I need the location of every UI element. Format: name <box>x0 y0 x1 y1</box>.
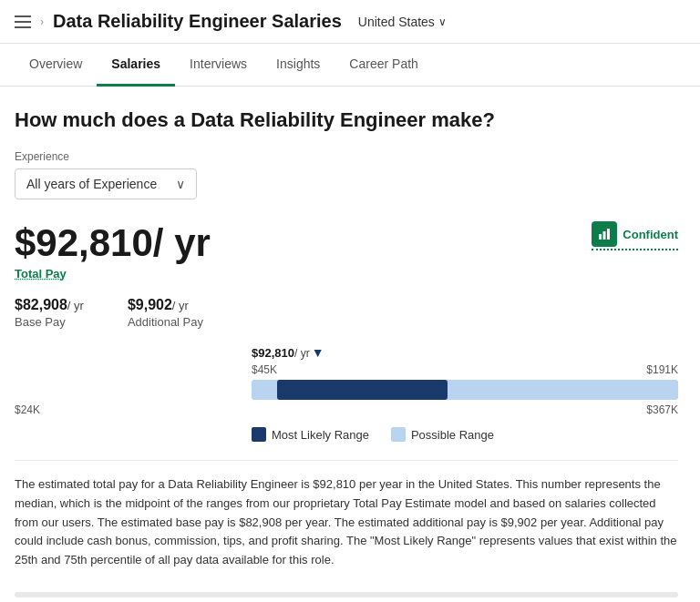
range-labels-top: $45K $191K <box>15 363 678 376</box>
additional-pay-item: $9,902/ yr Additional Pay <box>128 297 203 329</box>
total-pay-unit: / yr <box>153 221 211 264</box>
chart-bar-dark <box>277 380 448 400</box>
chart-marker-row: $92,810/ yr ▼ <box>15 345 678 360</box>
experience-value: All years of Experience <box>26 177 157 191</box>
location-selector[interactable]: United States ∨ <box>358 15 447 29</box>
salary-left: $92,810/ yr Total Pay <box>15 221 211 281</box>
experience-label: Experience <box>15 150 678 163</box>
legend-most-likely: Most Likely Range <box>252 427 369 442</box>
main-content: How much does a Data Reliability Enginee… <box>0 87 693 602</box>
marker-arrow-icon: ▼ <box>312 345 324 360</box>
experience-field: Experience All years of Experience ∨ <box>15 150 678 199</box>
legend: Most Likely Range Possible Range <box>15 427 678 442</box>
base-pay-amount: $82,908/ yr <box>15 297 84 313</box>
total-pay-amount: $92,810 <box>15 221 153 264</box>
additional-pay-amount: $9,902/ yr <box>128 297 203 313</box>
nav-tabs: Overview Salaries Interviews Insights Ca… <box>0 44 700 87</box>
confident-label: Confident <box>623 228 678 241</box>
svg-rect-2 <box>607 229 610 240</box>
legend-dark-color <box>252 427 266 442</box>
tab-salaries[interactable]: Salaries <box>97 44 175 87</box>
total-pay-display: $92,810/ yr <box>15 221 211 265</box>
svg-rect-0 <box>599 234 602 240</box>
range-label-367k: $367K <box>646 403 678 416</box>
chevron-down-icon: ∨ <box>176 177 185 191</box>
range-label-24k: $24K <box>15 403 40 416</box>
base-pay-item: $82,908/ yr Base Pay <box>15 297 84 329</box>
legend-most-likely-label: Most Likely Range <box>272 428 369 442</box>
marker-label: $92,810/ yr <box>252 346 310 360</box>
svg-rect-1 <box>603 231 606 240</box>
breadcrumb-arrow: › <box>40 15 44 28</box>
chevron-down-icon: ∨ <box>438 15 447 28</box>
tab-insights[interactable]: Insights <box>262 44 335 87</box>
chart-bar-row <box>15 380 678 400</box>
confident-badge[interactable]: Confident <box>592 221 678 250</box>
experience-select[interactable]: All years of Experience ∨ <box>15 168 197 199</box>
legend-possible-label: Possible Range <box>411 428 494 442</box>
range-label-191k: $191K <box>646 363 678 376</box>
range-labels-bottom: $24K $367K <box>15 403 678 416</box>
base-pay-label: Base Pay <box>15 315 84 329</box>
tab-overview[interactable]: Overview <box>15 44 97 87</box>
additional-pay-label: Additional Pay <box>128 315 203 329</box>
range-label-45k: $45K <box>252 363 277 376</box>
tab-interviews[interactable]: Interviews <box>175 44 262 87</box>
tab-career-path[interactable]: Career Path <box>335 44 432 87</box>
description-text: The estimated total pay for a Data Relia… <box>15 460 678 570</box>
legend-light-color <box>391 427 406 442</box>
chart-bar-container <box>252 380 678 400</box>
location-label: United States <box>358 15 435 29</box>
page-title: Data Reliability Engineer Salaries <box>53 11 342 32</box>
top-bar: › Data Reliability Engineer Salaries Uni… <box>0 0 700 44</box>
hamburger-menu[interactable] <box>15 15 31 28</box>
salary-section: $92,810/ yr Total Pay Confident <box>15 221 678 281</box>
pay-breakdown: $82,908/ yr Base Pay $9,902/ yr Addition… <box>15 297 678 329</box>
legend-possible: Possible Range <box>391 427 494 442</box>
confident-icon <box>592 221 617 247</box>
bottom-scroll-bar <box>15 592 678 597</box>
chart-section: $92,810/ yr ▼ $45K $191K $24K $367K Most… <box>15 345 678 442</box>
section-heading: How much does a Data Reliability Enginee… <box>15 108 678 132</box>
total-pay-label[interactable]: Total Pay <box>15 267 211 281</box>
